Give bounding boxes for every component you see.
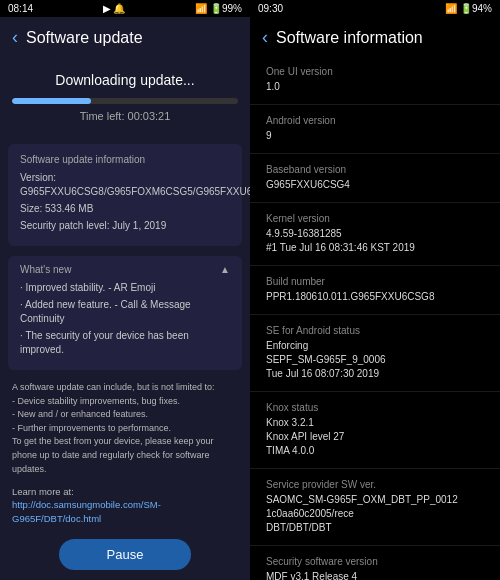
row-label: One UI version [266, 66, 484, 77]
header-left: ‹ Software update [0, 17, 250, 56]
row-value: 9 [266, 129, 484, 143]
time-left-label: Time left: 00:03:21 [12, 110, 238, 122]
size-label: Size: 533.46 MB [20, 202, 230, 216]
status-time-left: 08:14 [8, 3, 33, 14]
right-panel: 09:30 📶 🔋94% ‹ Software information One … [250, 0, 500, 580]
info-row: Build numberPPR1.180610.011.G965FXXU6CSG… [250, 266, 500, 315]
pause-button-container: Pause [0, 529, 250, 580]
whats-new-header: What's new ▲ [20, 264, 230, 275]
status-bar-left: 08:14 ▶ 🔔 📶 🔋99% [0, 0, 250, 17]
progress-bar-fill [12, 98, 91, 104]
row-value: G965FXXU6CSG4 [266, 178, 484, 192]
left-panel: 08:14 ▶ 🔔 📶 🔋99% ‹ Software update Downl… [0, 0, 250, 580]
row-label: Android version [266, 115, 484, 126]
whats-new-item-3: · The security of your device has been i… [20, 329, 230, 357]
download-section: Downloading update... Time left: 00:03:2… [0, 56, 250, 138]
info-row: Knox statusKnox 3.2.1 Knox API level 27 … [250, 392, 500, 469]
row-value: MDF v3.1 Release 4 WLAN v1.0 Release 2 V… [266, 570, 484, 580]
status-icons-left: ▶ 🔔 [103, 3, 126, 14]
description-text: A software update can include, but is no… [12, 382, 215, 474]
row-label: SE for Android status [266, 325, 484, 336]
whats-new-title: What's new [20, 264, 71, 275]
info-row: Baseband versionG965FXXU6CSG4 [250, 154, 500, 203]
learn-more-section: Learn more at: http://doc.samsungmobile.… [0, 481, 250, 529]
info-row: Service provider SW ver.SAOMC_SM-G965F_O… [250, 469, 500, 546]
whats-new-item-2: · Added new feature. - Call & Message Co… [20, 298, 230, 326]
pause-button[interactable]: Pause [59, 539, 192, 570]
version-label: Version: G965FXXU6CSG8/G965FOXM6CSG5/G96… [20, 171, 230, 199]
learn-more-link[interactable]: http://doc.samsungmobile.com/SM-G965F/DB… [12, 499, 161, 523]
security-label: Security patch level: July 1, 2019 [20, 219, 230, 233]
status-icons-right: 📶 🔋94% [445, 3, 492, 14]
row-value: 4.9.59-16381285 #1 Tue Jul 16 08:31:46 K… [266, 227, 484, 255]
row-label: Kernel version [266, 213, 484, 224]
row-label: Security software version [266, 556, 484, 567]
status-battery-left: 📶 🔋99% [195, 3, 242, 14]
description-section: A software update can include, but is no… [0, 374, 250, 481]
info-list: One UI version1.0Android version9Baseban… [250, 56, 500, 580]
whats-new-section: What's new ▲ · Improved stability. - AR … [8, 256, 242, 370]
info-row: SE for Android statusEnforcing SEPF_SM-G… [250, 315, 500, 392]
page-title-left: Software update [26, 29, 143, 47]
info-section-title: Software update information [20, 154, 230, 165]
status-bar-right: 09:30 📶 🔋94% [250, 0, 500, 17]
progress-bar-container [12, 98, 238, 104]
row-value: SAOMC_SM-G965F_OXM_DBT_PP_0012 1c0aa60c2… [266, 493, 484, 535]
info-row: Android version9 [250, 105, 500, 154]
software-update-info: Software update information Version: G96… [8, 144, 242, 246]
page-title-right: Software information [276, 29, 423, 47]
row-value: PPR1.180610.011.G965FXXU6CSG8 [266, 290, 484, 304]
header-right: ‹ Software information [250, 17, 500, 56]
row-value: 1.0 [266, 80, 484, 94]
row-label: Build number [266, 276, 484, 287]
learn-more-label: Learn more at: [12, 486, 74, 497]
download-title: Downloading update... [12, 72, 238, 88]
status-time-right: 09:30 [258, 3, 283, 14]
row-label: Knox status [266, 402, 484, 413]
back-button-right[interactable]: ‹ [262, 27, 268, 48]
info-row: One UI version1.0 [250, 56, 500, 105]
info-row: Security software versionMDF v3.1 Releas… [250, 546, 500, 580]
back-button-left[interactable]: ‹ [12, 27, 18, 48]
row-label: Baseband version [266, 164, 484, 175]
whats-new-item-1: · Improved stability. - AR Emoji [20, 281, 230, 295]
info-row: Kernel version4.9.59-16381285 #1 Tue Jul… [250, 203, 500, 266]
row-value: Enforcing SEPF_SM-G965F_9_0006 Tue Jul 1… [266, 339, 484, 381]
row-label: Service provider SW ver. [266, 479, 484, 490]
row-value: Knox 3.2.1 Knox API level 27 TIMA 4.0.0 [266, 416, 484, 458]
chevron-up-icon: ▲ [220, 264, 230, 275]
